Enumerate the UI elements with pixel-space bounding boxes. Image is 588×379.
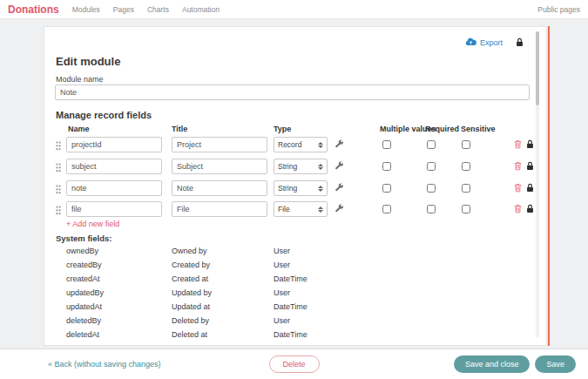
- save-button-group: Save and close Save: [454, 355, 576, 373]
- col-header-required: Required: [425, 125, 459, 133]
- field-name-input[interactable]: [66, 201, 162, 217]
- system-field-title: Updated at: [172, 302, 210, 311]
- action-footer: « Back (without saving changes) Delete S…: [0, 349, 588, 379]
- trash-icon[interactable]: [514, 139, 522, 149]
- system-field-title: Deleted by: [172, 316, 209, 325]
- field-type-select[interactable]: String: [274, 180, 328, 196]
- multiple-values-checkbox[interactable]: [382, 184, 391, 193]
- nav-item-charts[interactable]: Charts: [147, 5, 169, 14]
- sensitive-checkbox[interactable]: [462, 162, 470, 171]
- accent-edge-line: [548, 26, 550, 346]
- required-checkbox[interactable]: [427, 184, 436, 193]
- system-field-row: updatedBy Updated by User: [44, 288, 548, 299]
- wrench-icon[interactable]: [335, 183, 344, 193]
- system-field-name: updatedBy: [66, 288, 104, 297]
- field-name-input[interactable]: [66, 180, 162, 196]
- field-row: String: [44, 159, 548, 176]
- system-field-type: DateTime: [274, 274, 308, 283]
- required-checkbox[interactable]: [427, 140, 436, 149]
- field-type-value: String: [278, 184, 297, 193]
- export-button[interactable]: Export: [465, 37, 503, 48]
- multiple-values-checkbox[interactable]: [382, 140, 391, 149]
- save-and-close-button[interactable]: Save and close: [454, 355, 531, 373]
- scrollbar-thumb[interactable]: [536, 31, 539, 105]
- field-row: File: [44, 201, 548, 219]
- system-field-row: deletedBy Deleted by User: [44, 316, 548, 327]
- fields-table-header: Name Title Type Multiple values Required…: [44, 125, 548, 135]
- nav-item-pages[interactable]: Pages: [113, 5, 134, 14]
- delete-button[interactable]: Delete: [268, 355, 319, 373]
- col-header-type: Type: [274, 125, 291, 133]
- col-header-name: Name: [68, 125, 90, 133]
- system-field-row: createdBy Created by User: [44, 261, 548, 271]
- field-type-select[interactable]: File: [274, 201, 328, 217]
- trash-icon[interactable]: [514, 183, 522, 193]
- lock-icon[interactable]: [526, 183, 534, 193]
- multiple-values-checkbox[interactable]: [382, 162, 391, 171]
- trash-icon[interactable]: [514, 204, 522, 213]
- sensitive-checkbox[interactable]: [462, 184, 470, 193]
- add-new-field-link[interactable]: + Add new field: [66, 220, 119, 228]
- system-field-row: deletedAt Deleted at DateTime: [44, 330, 548, 341]
- system-field-title: Deleted at: [172, 330, 207, 339]
- wrench-icon[interactable]: [335, 139, 344, 149]
- system-field-row: createdAt Created at DateTime: [44, 274, 548, 285]
- field-name-input[interactable]: [66, 159, 162, 174]
- select-arrows-icon: [318, 206, 323, 213]
- col-header-title: Title: [172, 125, 187, 133]
- nav-item-modules[interactable]: Modules: [72, 5, 100, 14]
- save-button[interactable]: Save: [535, 355, 576, 373]
- fields-heading: Manage record fields: [56, 110, 152, 120]
- col-header-sensitive: Sensitive: [461, 125, 496, 133]
- lock-icon[interactable]: [526, 204, 534, 213]
- nav-item-public-pages[interactable]: Public pages: [537, 5, 580, 14]
- module-lock-icon[interactable]: [516, 35, 524, 51]
- system-field-name: ownedBy: [66, 247, 98, 255]
- scrollbar[interactable]: [536, 31, 539, 338]
- field-row: String: [44, 180, 548, 198]
- wrench-icon[interactable]: [335, 161, 344, 171]
- grip-dots-icon[interactable]: [56, 163, 61, 173]
- system-field-name: deletedBy: [66, 316, 101, 325]
- field-title-input[interactable]: [172, 137, 267, 152]
- sensitive-checkbox[interactable]: [462, 205, 470, 213]
- system-field-type: User: [274, 288, 290, 297]
- field-name-input[interactable]: [66, 137, 162, 152]
- back-link[interactable]: « Back (without saving changes): [48, 360, 161, 369]
- lock-icon[interactable]: [526, 139, 534, 149]
- export-label: Export: [480, 38, 503, 47]
- field-type-select[interactable]: Record: [274, 137, 328, 152]
- grip-dots-icon[interactable]: [56, 185, 61, 194]
- system-field-name: updatedAt: [66, 302, 102, 311]
- field-title-input[interactable]: [172, 159, 267, 174]
- multiple-values-checkbox[interactable]: [382, 205, 391, 213]
- field-type-select[interactable]: String: [274, 159, 328, 174]
- brand-logo[interactable]: Donations: [8, 3, 59, 16]
- module-name-input[interactable]: [55, 85, 530, 100]
- sensitive-checkbox[interactable]: [462, 140, 470, 149]
- system-field-title: Created at: [172, 274, 208, 283]
- system-field-title: Owned by: [172, 247, 207, 255]
- nav-item-automation[interactable]: Automation: [182, 5, 220, 14]
- wrench-icon[interactable]: [335, 204, 344, 213]
- field-title-input[interactable]: [172, 180, 267, 196]
- system-field-name: createdBy: [66, 261, 102, 269]
- required-checkbox[interactable]: [427, 205, 436, 213]
- top-navbar: Donations Modules Pages Charts Automatio…: [0, 0, 588, 19]
- edit-module-panel: Export Edit module Module name Manage re…: [44, 26, 547, 346]
- field-type-value: String: [278, 162, 297, 171]
- field-title-input[interactable]: [172, 201, 267, 217]
- lock-icon[interactable]: [526, 161, 534, 171]
- system-field-name: deletedAt: [66, 330, 99, 339]
- grip-dots-icon[interactable]: [56, 206, 61, 215]
- system-field-title: Created by: [172, 261, 210, 269]
- trash-icon[interactable]: [514, 161, 522, 171]
- system-field-row: updatedAt Updated at DateTime: [44, 302, 548, 313]
- system-field-name: createdAt: [66, 274, 100, 283]
- required-checkbox[interactable]: [427, 162, 436, 171]
- system-field-type: User: [274, 261, 290, 269]
- system-fields-heading: System fields:: [56, 233, 112, 243]
- select-arrows-icon: [318, 142, 323, 148]
- panel-toolbar: Export: [465, 35, 524, 51]
- grip-dots-icon[interactable]: [56, 141, 61, 151]
